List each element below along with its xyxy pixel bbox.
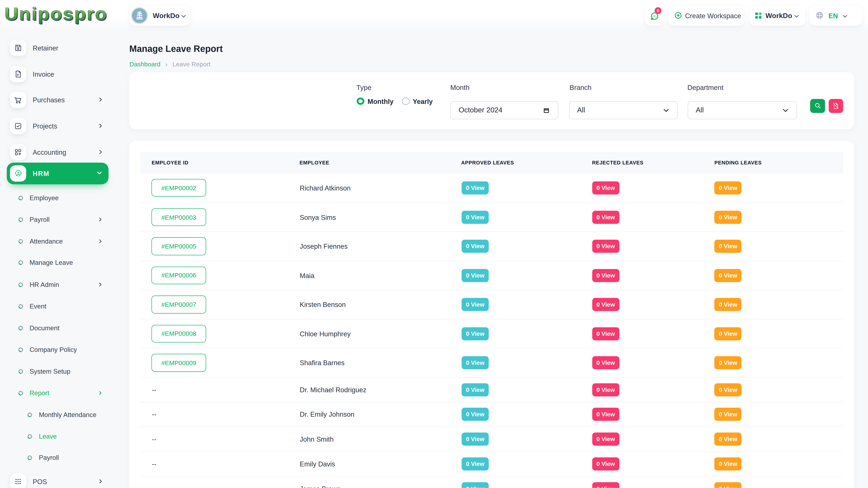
svg-text:Unipospro: Unipospro	[5, 5, 108, 24]
